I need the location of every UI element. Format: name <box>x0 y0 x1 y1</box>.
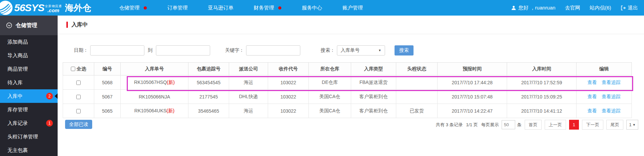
row-checkbox[interactable] <box>76 81 81 85</box>
inbox-link[interactable]: 站内信(6) <box>590 5 611 11</box>
mark-all-read-button[interactable]: 全部已读 <box>65 120 92 129</box>
cell-forecast-time: 2017/7/10 15:07:48 <box>438 90 507 104</box>
table-row: 5067 RK105066NJA 2177545 DHL快递 103022 美国… <box>63 90 632 104</box>
row-checkbox[interactable] <box>76 109 81 113</box>
total-records-text: 共有 3 条记录 <box>436 122 463 128</box>
logo[interactable]: 56SYS 全景物流通 .com 海外仓 <box>1 0 91 16</box>
chevron-down-icon: ▼ <box>632 123 636 127</box>
col-package-tracking-no: 包裹追踪号 <box>188 63 229 75</box>
col-id: 编号 <box>94 63 121 75</box>
cell-recipient-code: 103022 <box>268 104 309 118</box>
view-link[interactable]: 查看 <box>587 108 597 113</box>
chevron-down-icon: ▼ <box>378 49 381 52</box>
cell-first-leg-status <box>396 75 438 90</box>
logout-link[interactable]: 退出 <box>621 5 638 11</box>
row-checkbox[interactable] <box>76 95 81 99</box>
search-by-label: 搜索： <box>321 47 335 53</box>
main-nav: 仓储管理 订单管理 亚马逊订单 财务管理 服务中心 账户管理 <box>109 0 373 16</box>
title-accent-bar <box>66 22 68 28</box>
table-row: 5068 RK105067HSQ(新) 563454545 海运 103022 … <box>63 75 632 90</box>
page-count-text: 1/1 页 <box>466 122 478 128</box>
cell-order-no: RK105066NJA <box>121 90 188 104</box>
user-icon <box>511 5 516 10</box>
cell-carrier: 海运 <box>229 75 268 90</box>
col-carrier: 派送公司 <box>229 63 268 75</box>
view-link[interactable]: 查看 <box>587 94 597 99</box>
sidebar-item-inventory-mgmt[interactable]: 库存管理 <box>0 103 58 116</box>
brand-domain: .com <box>47 8 59 13</box>
sidebar-item-import-product[interactable]: 导入商品 <box>0 49 58 62</box>
search-button[interactable]: 搜索 <box>395 45 414 55</box>
col-inbound-type: 入库类型 <box>351 63 396 75</box>
count-badge: 1 <box>46 120 53 127</box>
cell-forecast-time: 2017/7/10 14:22:47 <box>438 104 507 118</box>
nav-order-mgmt[interactable]: 订单管理 <box>157 0 198 16</box>
page-jump-select[interactable]: 1 ▼ <box>626 120 638 130</box>
first-page-button[interactable]: 首页 <box>525 120 542 130</box>
view-link[interactable]: 查看 <box>587 80 597 85</box>
count-badge: 2 <box>46 93 53 99</box>
cell-inbound-type: 客户装柜到仓 <box>351 104 396 118</box>
keyword-input[interactable] <box>246 45 300 55</box>
cell-inbound-type: 客户装柜到仓 <box>351 90 396 104</box>
cell-first-leg-status: 已发货 <box>396 104 438 118</box>
brand-name: 56SYS <box>14 2 44 14</box>
cell-inbound-time: 2017/7/10 15:09:25 <box>507 90 577 104</box>
cell-carrier: DHL快递 <box>229 90 268 104</box>
col-forecast-time: 预报时间 <box>438 63 507 75</box>
view-tracking-link[interactable]: 查看追踪 <box>602 80 621 85</box>
logout-icon <box>621 5 626 10</box>
select-all-checkbox[interactable] <box>71 67 75 71</box>
page-title: 入库中 <box>72 21 88 28</box>
last-page-button[interactable]: 尾页 <box>606 120 623 130</box>
view-tracking-link[interactable]: 查看追踪 <box>602 108 621 113</box>
search-by-select[interactable]: 入库单号 ▼ <box>337 45 385 55</box>
sidebar-item-product-mgmt[interactable]: 商品管理 <box>0 62 58 76</box>
sidebar-item-add-product[interactable]: 添加商品 <box>0 35 58 49</box>
cell-order-no: RK105064UKS(新) <box>121 104 188 118</box>
user-greeting[interactable]: 您好 ，ruanruan <box>511 5 555 11</box>
cell-recipient-code: 103022 <box>268 90 309 104</box>
cell-warehouse: 美国CA仓 <box>309 90 351 104</box>
sidebar-item-pending-inbound[interactable]: 待入库 <box>0 76 58 89</box>
next-page-button[interactable]: 下一页 <box>582 120 603 130</box>
sidebar-item-inbound-in-progress[interactable]: 入库中 2 <box>0 89 58 103</box>
filter-bar: 日期： 到 关键字： 搜索： 入库单号 ▼ 搜索 <box>74 45 644 55</box>
sidebar-item-unclaimed-packages[interactable]: 无主包裹 <box>0 143 58 156</box>
current-page-button[interactable]: 1 <box>569 120 579 130</box>
date-from-input[interactable] <box>90 45 144 55</box>
active-arrow-notch <box>55 93 58 99</box>
col-recipient-code: 收件代号 <box>268 63 309 75</box>
topbar-user-area: 您好 ，ruanruan 去官网 站内信(6) 退出 <box>502 5 638 11</box>
prev-page-button[interactable]: 上一页 <box>545 120 566 130</box>
col-warehouse: 所在仓库 <box>309 63 351 75</box>
main-content: 入库中 日期： 到 关键字： 搜索： 入库单号 ▼ 搜索 全选 <box>58 16 644 156</box>
per-page-input[interactable] <box>502 120 515 129</box>
date-to-input[interactable] <box>156 45 210 55</box>
cell-inbound-time: 2017/7/10 17:52:59 <box>507 75 577 90</box>
view-tracking-link[interactable]: 查看追踪 <box>602 94 621 99</box>
cell-warehouse: DE仓库 <box>309 75 351 90</box>
sidebar: 仓储管理 添加商品 导入商品 商品管理 待入库 入库中 2 库存管理 入库记录 … <box>0 16 58 156</box>
nav-service-center[interactable]: 服务中心 <box>291 0 332 16</box>
sidebar-item-first-leg-order-mgmt[interactable]: 头程订单管理 <box>0 130 58 143</box>
cell-id: 5067 <box>94 90 121 104</box>
nav-account-mgmt[interactable]: 账户管理 <box>332 0 373 16</box>
nav-amazon-orders[interactable]: 亚马逊订单 <box>198 0 243 16</box>
notification-dot <box>278 6 281 9</box>
product-name: 海外仓 <box>65 2 91 14</box>
col-edit: 编辑 <box>577 63 632 75</box>
topbar: 56SYS 全景物流通 .com 海外仓 仓储管理 订单管理 亚马逊订单 财务管… <box>0 0 644 16</box>
logo-globe-icon <box>0 0 14 16</box>
cell-inbound-type: FBA派送退货 <box>351 75 396 90</box>
official-site-link[interactable]: 去官网 <box>565 5 580 11</box>
sidebar-item-inbound-records[interactable]: 入库记录 1 <box>0 116 58 130</box>
date-label: 日期： <box>74 47 88 53</box>
table-row: 5065 RK105064UKS(新) 35465465 海运 103022 美… <box>63 104 632 118</box>
col-inbound-time: 入库时间 <box>507 63 577 75</box>
nav-finance-mgmt[interactable]: 财务管理 <box>243 0 291 16</box>
to-label: 到 <box>148 47 153 53</box>
page-title-bar: 入库中 <box>58 16 644 34</box>
notification-dot <box>144 6 147 9</box>
nav-warehouse-mgmt[interactable]: 仓储管理 <box>109 0 157 16</box>
